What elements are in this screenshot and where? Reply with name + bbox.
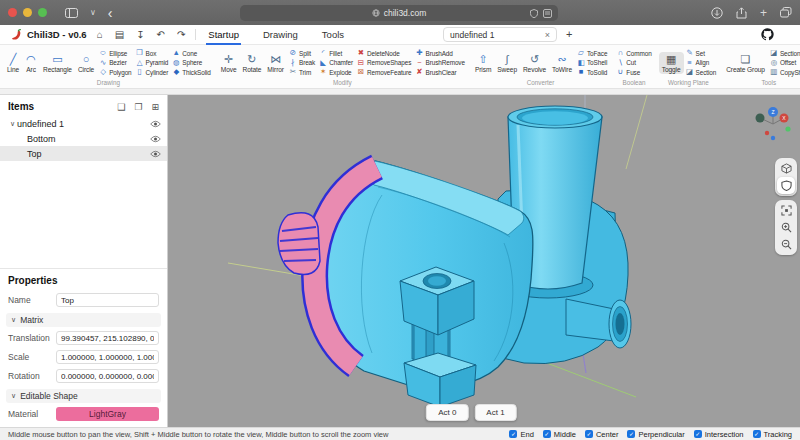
snap-center[interactable]: ✓Center bbox=[585, 430, 619, 439]
ribbon-btn-towire[interactable]: ∾ToWire bbox=[549, 52, 575, 74]
ribbon-btn-break[interactable]: ∤Break bbox=[289, 59, 315, 67]
new-file-icon[interactable]: ▤ bbox=[115, 29, 124, 40]
new-tab-button[interactable]: + bbox=[760, 7, 767, 19]
checkbox-checked-icon[interactable]: ✓ bbox=[543, 430, 551, 438]
visibility-eye-icon[interactable] bbox=[150, 120, 161, 128]
ribbon-btn-fuse[interactable]: ∪Fuse bbox=[616, 68, 651, 76]
act-0-button[interactable]: Act 0 bbox=[426, 404, 468, 421]
new-document-button[interactable]: + bbox=[566, 28, 572, 40]
ribbon-btn-removefeature[interactable]: ⊠RemoveFeature bbox=[357, 68, 412, 76]
ribbon-btn-polygon[interactable]: ◇Polygon bbox=[99, 68, 131, 76]
visibility-eye-icon[interactable] bbox=[150, 135, 161, 143]
ribbon-btn-prism[interactable]: ⇧Prism bbox=[472, 52, 494, 74]
ribbon-btn-sphere[interactable]: ◍Sphere bbox=[172, 59, 210, 67]
ribbon-btn-cylinder[interactable]: ▯Cylinder bbox=[136, 68, 169, 76]
ribbon-btn-removeshapes[interactable]: ⊟RemoveShapes bbox=[357, 59, 412, 67]
ribbon-btn-ellipse[interactable]: ○Ellipse bbox=[99, 49, 131, 57]
rotation-field[interactable] bbox=[56, 369, 159, 383]
expand-all-icon[interactable]: ⊞ bbox=[151, 102, 159, 112]
shaded-mode-button[interactable] bbox=[777, 177, 795, 194]
tree-item-top[interactable]: Top bbox=[0, 146, 167, 161]
redo-icon[interactable]: ↷ bbox=[177, 29, 185, 40]
ribbon-btn-create-group[interactable]: ❏Create Group bbox=[723, 52, 768, 74]
minimize-window-button[interactable] bbox=[23, 8, 32, 17]
ribbon-btn-align[interactable]: ≡Align bbox=[686, 59, 717, 67]
github-icon[interactable] bbox=[761, 28, 774, 41]
act-1-button[interactable]: Act 1 bbox=[474, 404, 516, 421]
download-icon[interactable]: ↧ bbox=[136, 29, 144, 40]
document-tab[interactable]: undefined 1 × bbox=[443, 27, 557, 42]
ribbon-btn-common[interactable]: ∩Common bbox=[616, 49, 651, 57]
tab-overview-icon[interactable] bbox=[780, 7, 792, 18]
undo-icon[interactable]: ↶ bbox=[157, 29, 165, 40]
chevron-down-icon[interactable]: ∨ bbox=[90, 9, 96, 17]
snap-tracking[interactable]: ✓Tracking bbox=[753, 430, 792, 439]
ribbon-btn-explode[interactable]: ✶Explode bbox=[319, 68, 353, 76]
sidebar-toggle-icon[interactable] bbox=[65, 8, 78, 18]
ribbon-btn-move[interactable]: ✛Move bbox=[218, 52, 240, 74]
axis-gizmo[interactable]: Z X bbox=[746, 97, 794, 149]
name-field[interactable] bbox=[56, 293, 159, 307]
viewport-3d[interactable]: Z X bbox=[168, 95, 800, 427]
zoom-window-button[interactable] bbox=[38, 8, 47, 17]
ribbon-btn-pyramid[interactable]: △Pyramid bbox=[136, 59, 169, 67]
checkbox-checked-icon[interactable]: ✓ bbox=[585, 430, 593, 438]
scale-field[interactable] bbox=[56, 350, 159, 364]
checkbox-checked-icon[interactable]: ✓ bbox=[694, 430, 702, 438]
ribbon-btn-cut[interactable]: ∖Cut bbox=[616, 59, 651, 67]
ribbon-btn-chamfer[interactable]: ◣Chamfer bbox=[319, 59, 353, 67]
ribbon-btn-sweep[interactable]: ∫Sweep bbox=[494, 52, 520, 74]
tab-drawing[interactable]: Drawing bbox=[261, 26, 300, 43]
material-button[interactable]: LightGray bbox=[56, 407, 159, 421]
close-window-button[interactable] bbox=[8, 8, 17, 17]
reader-icon[interactable] bbox=[543, 9, 552, 18]
ribbon-btn-line[interactable]: ╱Line bbox=[4, 52, 22, 74]
ribbon-btn-bezier[interactable]: ∿Bezier bbox=[99, 59, 131, 67]
shield-icon[interactable] bbox=[530, 9, 538, 18]
checkbox-checked-icon[interactable]: ✓ bbox=[509, 430, 517, 438]
zoom-in-button[interactable] bbox=[777, 219, 795, 236]
close-document-icon[interactable]: × bbox=[545, 30, 550, 40]
ribbon-btn-tosolid[interactable]: ■ToSolid bbox=[577, 68, 607, 76]
ribbon-btn-mirror[interactable]: ⋈Mirror bbox=[264, 52, 287, 74]
ribbon-btn-brushclear[interactable]: ✘BrushClear bbox=[416, 68, 465, 76]
ribbon-btn-deletenode[interactable]: ✖DeleteNode bbox=[357, 49, 412, 57]
visibility-eye-icon[interactable] bbox=[150, 150, 161, 158]
fit-view-button[interactable] bbox=[777, 202, 795, 219]
ribbon-btn-revolve[interactable]: ↺Revolve bbox=[520, 52, 549, 74]
duplicate-document-icon[interactable]: ❐ bbox=[134, 102, 142, 112]
ribbon-btn-split[interactable]: ⊘Split bbox=[289, 49, 315, 57]
ribbon-btn-rectangle[interactable]: ▭Rectangle bbox=[40, 52, 75, 74]
ribbon-btn-cone[interactable]: ▲Cone bbox=[172, 49, 210, 57]
ribbon-btn-box[interactable]: ❒Box bbox=[136, 49, 169, 57]
ribbon-btn-section[interactable]: ◪Section bbox=[686, 68, 717, 76]
ribbon-btn-circle[interactable]: ○Circle bbox=[75, 52, 97, 74]
ribbon-btn-arc[interactable]: ◠Arc bbox=[22, 52, 40, 74]
ribbon-btn-toface[interactable]: ▱ToFace bbox=[577, 49, 607, 57]
ribbon-btn-toshell[interactable]: ◧ToShell bbox=[577, 59, 607, 67]
ribbon-btn-brushremove[interactable]: −BrushRemove bbox=[416, 59, 465, 67]
new-group-icon[interactable]: ❑ bbox=[117, 102, 125, 112]
checkbox-checked-icon[interactable]: ✓ bbox=[753, 430, 761, 438]
wireframe-mode-button[interactable] bbox=[777, 160, 795, 177]
ribbon-btn-offset[interactable]: ◎Offset bbox=[770, 59, 800, 67]
ribbon-btn-thicksolid[interactable]: ◆ThickSolid bbox=[172, 68, 210, 76]
ribbon-btn-set[interactable]: ✎Set bbox=[686, 49, 717, 57]
tree-item-bottom[interactable]: Bottom bbox=[0, 131, 167, 146]
editable-shape-section-header[interactable]: ∨ Editable Shape bbox=[6, 389, 161, 403]
url-bar[interactable]: chili3d.com bbox=[240, 5, 558, 21]
ribbon-btn-rotate[interactable]: ↻Rotate bbox=[240, 52, 265, 74]
tree-item-undefined-1[interactable]: ∨undefined 1 bbox=[0, 116, 167, 131]
snap-middle[interactable]: ✓Middle bbox=[543, 430, 576, 439]
downloads-icon[interactable] bbox=[711, 7, 723, 19]
back-icon[interactable]: ‹ bbox=[108, 6, 113, 20]
ribbon-btn-copyshape[interactable]: ▥CopyShape bbox=[770, 68, 800, 76]
tab-tools[interactable]: Tools bbox=[320, 26, 346, 43]
checkbox-checked-icon[interactable]: ✓ bbox=[627, 430, 635, 438]
tab-startup[interactable]: Startup bbox=[206, 26, 241, 43]
snap-perpendicular[interactable]: ✓Perpendicular bbox=[627, 430, 684, 439]
snap-intersection[interactable]: ✓Intersection bbox=[694, 430, 744, 439]
ribbon-btn-section[interactable]: ◪Section bbox=[770, 49, 800, 57]
ribbon-btn-toggle[interactable]: ▦Toggle bbox=[659, 52, 684, 74]
translation-field[interactable] bbox=[56, 331, 159, 345]
